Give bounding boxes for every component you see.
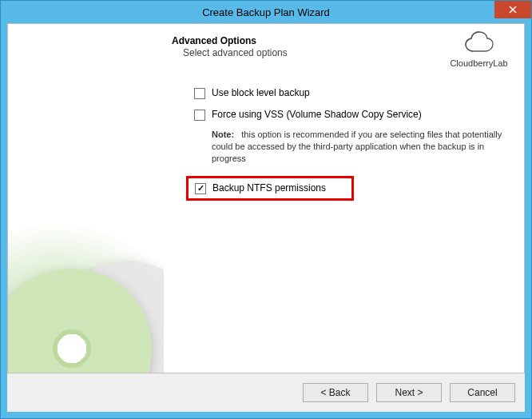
vss-note-text: this option is recommended if you are se… [212, 130, 502, 163]
block-level-label: Use block level backup [212, 87, 310, 98]
wizard-button-row: < Back Next > Cancel [7, 373, 525, 412]
brand-logo: CloudberryLab [445, 30, 513, 68]
ntfs-permissions-label: Backup NTFS permissions [212, 182, 326, 194]
wizard-side-art [8, 24, 164, 373]
force-vss-label: Force using VSS (Volume Shadow Copy Serv… [212, 109, 422, 120]
brand-text: CloudberryLab [445, 58, 513, 68]
window-title: Create Backup Plan Wizard [1, 6, 531, 18]
option-force-vss: Force using VSS (Volume Shadow Copy Serv… [194, 109, 510, 121]
vss-note-label: Note: [212, 130, 234, 139]
back-button[interactable]: < Back [303, 383, 368, 402]
ntfs-permissions-checkbox[interactable] [195, 183, 206, 194]
close-icon [509, 6, 517, 14]
wizard-header: Advanced Options Select advanced options… [164, 24, 524, 63]
options-area: Use block level backup Force using VSS (… [164, 63, 524, 218]
content-panel: Advanced Options Select advanced options… [7, 23, 525, 373]
next-button[interactable]: Next > [376, 383, 442, 402]
block-level-checkbox[interactable] [194, 88, 205, 99]
cloud-icon [462, 30, 497, 58]
titlebar: Create Backup Plan Wizard [1, 1, 531, 23]
force-vss-checkbox[interactable] [194, 110, 205, 121]
vss-note: Note: this option is recommended if you … [212, 129, 506, 165]
cancel-button[interactable]: Cancel [450, 383, 515, 402]
window-close-button[interactable] [494, 1, 531, 18]
wizard-window: Create Backup Plan Wizard Advanced Optio… [0, 0, 532, 419]
option-block-level: Use block level backup [194, 87, 510, 99]
client-area: Advanced Options Select advanced options… [7, 23, 525, 412]
option-ntfs-permissions-highlight: Backup NTFS permissions [186, 176, 354, 201]
main-area: Advanced Options Select advanced options… [164, 24, 524, 373]
